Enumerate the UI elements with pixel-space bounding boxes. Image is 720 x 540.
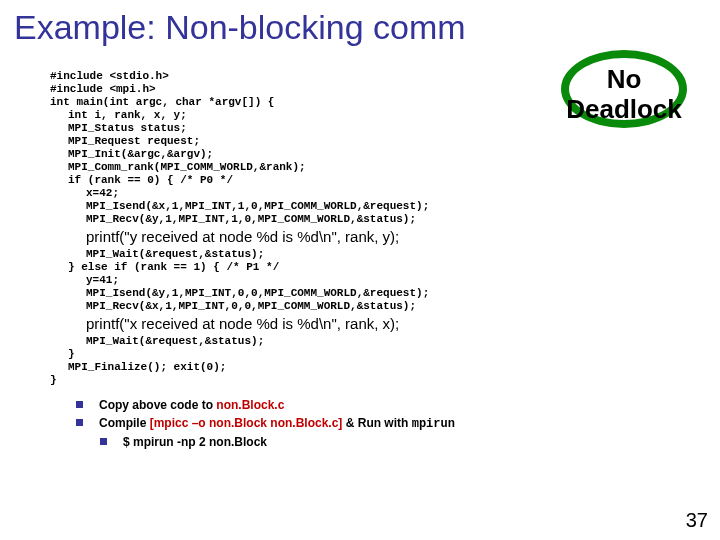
note-2-mpirun: mpirun	[412, 417, 455, 431]
code-line: MPI_Wait(&request,&status);	[50, 335, 670, 348]
code-line: MPI_Recv(&x,1,MPI_INT,0,0,MPI_COMM_WORLD…	[50, 300, 670, 313]
printf-line-2: printf("x received at node %d is %d\n", …	[50, 313, 670, 335]
code-listing-3: MPI_Wait(&request,&status);}MPI_Finalize…	[50, 335, 670, 387]
no-deadlock-badge: No Deadlock	[534, 60, 714, 124]
note-text: Compile [mpicc –o non.Block non.Block.c]…	[99, 415, 455, 432]
note-2c: & Run with	[342, 416, 411, 430]
code-line: MPI_Request request;	[50, 135, 670, 148]
note-row-3: $ mpirun -np 2 non.Block	[76, 434, 670, 450]
code-line: }	[50, 348, 670, 361]
note-row-1: Copy above code to non.Block.c	[76, 397, 670, 413]
badge-line1: No	[607, 64, 642, 94]
code-line: MPI_Isend(&y,1,MPI_INT,0,0,MPI_COMM_WORL…	[50, 287, 670, 300]
note-1a: Copy above code to	[99, 398, 216, 412]
code-listing-2: MPI_Wait(&request,&status);} else if (ra…	[50, 248, 670, 313]
note-2-command: [mpicc –o non.Block non.Block.c]	[150, 416, 343, 430]
code-line: MPI_Comm_rank(MPI_COMM_WORLD,&rank);	[50, 161, 670, 174]
code-line: } else if (rank == 1) { /* P1 */	[50, 261, 670, 274]
page-number: 37	[686, 509, 708, 532]
bullet-icon	[76, 419, 83, 426]
note-3-run-command: $ mpirun -np 2 non.Block	[123, 434, 267, 450]
printf-line-1: printf("y received at node %d is %d\n", …	[50, 226, 670, 248]
code-line: MPI_Wait(&request,&status);	[50, 248, 670, 261]
bullet-icon	[76, 401, 83, 408]
code-line: int main(int argc, char *argv[]) {	[50, 96, 274, 108]
badge-text: No Deadlock	[534, 60, 714, 124]
slide-title: Example: Non-blocking comm	[0, 0, 720, 51]
note-2a: Compile	[99, 416, 150, 430]
code-line: y=41;	[50, 274, 670, 287]
note-row-2: Compile [mpicc –o non.Block non.Block.c]…	[76, 415, 670, 432]
code-line: x=42;	[50, 187, 670, 200]
note-1-filename: non.Block.c	[216, 398, 284, 412]
bullet-icon	[100, 438, 107, 445]
code-line: }	[50, 374, 57, 386]
code-line: if (rank == 0) { /* P0 */	[50, 174, 670, 187]
note-text: Copy above code to non.Block.c	[99, 397, 284, 413]
code-line: #include <stdio.h>	[50, 70, 169, 82]
instruction-notes: Copy above code to non.Block.c Compile […	[76, 397, 670, 450]
code-line: MPI_Isend(&x,1,MPI_INT,1,0,MPI_COMM_WORL…	[50, 200, 670, 213]
code-line: MPI_Init(&argc,&argv);	[50, 148, 670, 161]
code-line: MPI_Recv(&y,1,MPI_INT,1,0,MPI_COMM_WORLD…	[50, 213, 670, 226]
code-line: #include <mpi.h>	[50, 83, 156, 95]
code-line: MPI_Finalize(); exit(0);	[50, 361, 670, 374]
badge-line2: Deadlock	[566, 94, 682, 124]
